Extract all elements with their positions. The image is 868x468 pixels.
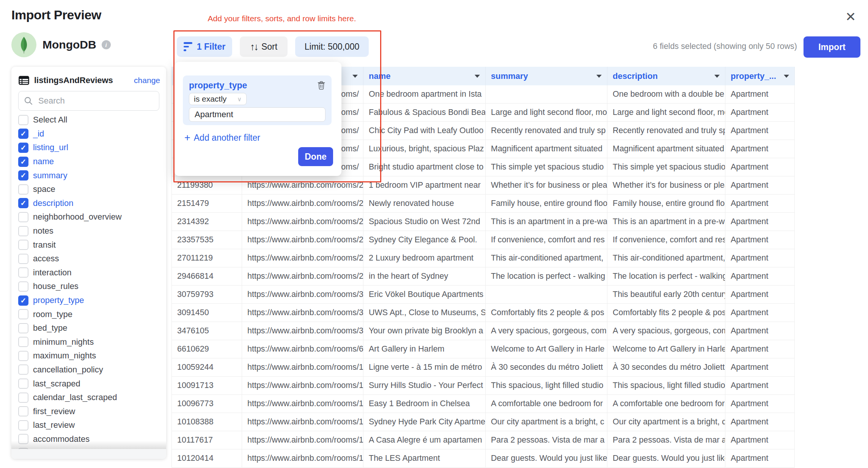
field-checkbox-item[interactable]: room_type	[11, 307, 166, 321]
delete-filter-button[interactable]	[317, 81, 326, 90]
cell-description: This simple yet spacious studio	[607, 158, 725, 176]
checkbox-unchecked[interactable]	[18, 226, 28, 236]
checkbox-unchecked[interactable]	[18, 393, 28, 403]
column-header[interactable]: name	[363, 67, 486, 85]
column-menu-caret-icon[interactable]	[714, 75, 720, 78]
collection-name: listingsAndReviews	[34, 75, 134, 85]
column-header[interactable]: summary	[486, 67, 607, 85]
add-filter-button[interactable]: + Add another filter	[184, 132, 260, 144]
field-checkbox-item[interactable]: cancellation_policy	[11, 363, 166, 377]
checkbox-checked[interactable]: ✓	[18, 143, 28, 153]
checkbox-unchecked[interactable]	[18, 351, 28, 361]
cell-description: The location is perfect - walking	[607, 267, 725, 286]
column-menu-caret-icon[interactable]	[475, 75, 480, 78]
filter-value-input[interactable]	[189, 107, 326, 122]
field-label: listing_url	[33, 143, 68, 152]
field-checkbox-item[interactable]: interaction	[11, 266, 166, 280]
field-checkbox-item[interactable]: access	[11, 252, 166, 266]
change-collection-link[interactable]: change	[134, 76, 160, 85]
field-checkbox-item[interactable]: last_scraped	[11, 377, 166, 391]
cell-_id: 10120414	[171, 449, 242, 468]
field-checkbox-item[interactable]: ✓summary	[11, 168, 166, 182]
cell-summary: A very spacious, gorgeous, com	[486, 322, 607, 340]
checkbox-checked[interactable]: ✓	[18, 295, 28, 306]
checkbox-unchecked[interactable]	[18, 364, 28, 375]
cell-_id: 6610629	[171, 340, 242, 358]
checkbox-unchecked[interactable]	[18, 254, 28, 264]
checkbox-unchecked[interactable]	[18, 240, 28, 250]
cell-_id: 10091713	[171, 377, 242, 395]
field-checkbox-item[interactable]: ✓listing_url	[11, 141, 166, 155]
field-checkbox-item[interactable]: space	[11, 182, 166, 196]
done-button[interactable]: Done	[298, 147, 333, 166]
cell-listing_url: https://www.airbnb.com/rooms/10059244	[242, 358, 363, 377]
field-checkbox-item[interactable]: transit	[11, 238, 166, 252]
checkbox-checked[interactable]: ✓	[18, 157, 28, 167]
checkbox-checked[interactable]: ✓	[18, 170, 28, 181]
column-menu-caret-icon[interactable]	[352, 75, 358, 78]
field-checkbox-item[interactable]: neighborhood_overview	[11, 210, 166, 224]
field-checkbox-item[interactable]: ✓property_type	[11, 294, 166, 308]
field-checkbox-item[interactable]: ✓name	[11, 155, 166, 169]
search-box[interactable]	[18, 91, 159, 111]
checkbox-unchecked[interactable]	[18, 406, 28, 416]
cell-description: Family house, entire ground floo	[607, 195, 725, 213]
field-label: last_review	[33, 420, 75, 430]
search-input[interactable]	[38, 96, 145, 106]
checkbox-unchecked[interactable]	[18, 323, 28, 333]
column-header[interactable]: property_...	[725, 67, 795, 85]
page-title: Import Preview	[11, 8, 101, 22]
field-checkbox-item[interactable]: maximum_nights	[11, 349, 166, 363]
cell-description: Our city apartment is a bright, c	[607, 413, 725, 431]
collection-header: listingsAndReviews change	[18, 72, 160, 89]
cell-_id: 2151479	[171, 195, 242, 213]
checkbox-unchecked[interactable]	[18, 378, 28, 389]
checkbox-unchecked[interactable]	[18, 309, 28, 319]
field-checkbox-item[interactable]: bed_type	[11, 321, 166, 335]
checkbox-unchecked[interactable]	[18, 184, 28, 195]
filter-button[interactable]: 1 Filter	[177, 36, 232, 57]
cell-summary: Welcome to Art Gallery in Harle	[486, 340, 607, 358]
checkbox-unchecked[interactable]	[18, 420, 28, 430]
column-menu-caret-icon[interactable]	[784, 75, 789, 78]
checkbox-unchecked[interactable]	[18, 281, 28, 292]
field-checkbox-item[interactable]: last_review	[11, 418, 166, 432]
field-checkbox-item[interactable]: first_review	[11, 404, 166, 418]
field-checkbox-item[interactable]: Select All	[11, 113, 166, 127]
cell-name: Eric Vökel Boutique Apartments	[363, 286, 486, 304]
field-checkbox-item[interactable]: notes	[11, 224, 166, 238]
checkbox-unchecked[interactable]	[18, 267, 28, 278]
field-checkbox-item[interactable]: house_rules	[11, 280, 166, 294]
close-icon[interactable]: ✕	[845, 9, 856, 24]
filter-condition-card: property_type is exactly ∨	[183, 75, 332, 125]
cell-description: Welcome to Art Gallery in Harle	[607, 340, 725, 358]
checkbox-unchecked[interactable]	[18, 337, 28, 347]
field-checkbox-item[interactable]: minimum_nights	[11, 335, 166, 349]
import-button[interactable]: Import	[804, 36, 860, 58]
column-header[interactable]: description	[607, 67, 725, 85]
field-checkbox-item[interactable]: ✓description	[11, 196, 166, 210]
checkbox-checked[interactable]: ✓	[18, 198, 28, 208]
cell-description: A comfortable one bedroom for	[607, 395, 725, 413]
cell-description: À 30 secondes du métro Joliett	[607, 358, 725, 377]
info-icon[interactable]: i	[102, 40, 111, 49]
field-checkbox-item[interactable]: calendar_last_scraped	[11, 391, 166, 405]
column-menu-caret-icon[interactable]	[596, 75, 602, 78]
checkbox-checked[interactable]: ✓	[18, 129, 28, 139]
field-checkbox-item[interactable]: ✓_id	[11, 127, 166, 141]
field-list: Select All✓_id✓listing_url✓name✓summarys…	[11, 113, 166, 449]
operator-select[interactable]: is exactly ∨	[189, 93, 247, 105]
sort-arrows-icon: ↑↓	[250, 41, 258, 53]
cell-property_type: Apartment	[725, 340, 795, 358]
cell-name: The LES Apartment	[363, 449, 486, 468]
limit-button[interactable]: Limit: 500,000	[295, 36, 369, 57]
cell-listing_url: https://www.airbnb.com/rooms/10117617	[242, 431, 363, 449]
checkbox-unchecked[interactable]	[18, 115, 28, 125]
sort-button[interactable]: ↑↓ Sort	[240, 36, 288, 57]
cell-summary: Magnificent apartment situated	[486, 140, 607, 158]
cell-name: Spacious Studio on West 72nd	[363, 213, 486, 231]
cell-summary: Whether it’s for business or plea	[486, 176, 607, 195]
checkbox-unchecked[interactable]	[18, 212, 28, 222]
filter-field-name[interactable]: property_type	[189, 80, 247, 91]
field-label: property_type	[33, 295, 84, 305]
